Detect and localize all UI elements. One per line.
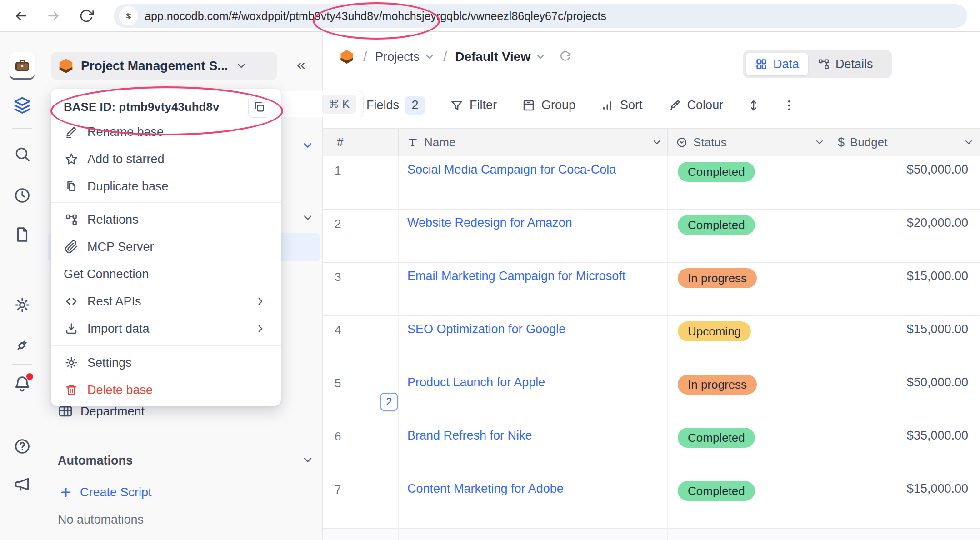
- notifications-bell-icon[interactable]: [0, 375, 44, 393]
- record-name-link[interactable]: Email Marketing Campaign for Microsoft: [407, 269, 625, 283]
- breadcrumb-separator: /: [443, 49, 447, 65]
- fields-count-badge: 2: [405, 96, 425, 115]
- automations-title: Automations: [58, 454, 133, 468]
- record-name-link[interactable]: Website Redesign for Amazon: [407, 216, 572, 230]
- automations-chevron-icon[interactable]: [301, 454, 314, 466]
- row-number: 5: [335, 376, 341, 390]
- star-icon: [64, 152, 79, 166]
- create-script-button[interactable]: Create Script: [59, 480, 152, 505]
- tab-data[interactable]: Data: [746, 53, 808, 75]
- status-badge[interactable]: Completed: [678, 428, 755, 448]
- budget-value: $15,000.00: [907, 269, 968, 283]
- menu-item-rename-base[interactable]: Rename base: [57, 120, 275, 144]
- menu-item-import-data[interactable]: Import data: [57, 317, 275, 340]
- docs-icon[interactable]: [0, 226, 44, 243]
- menu-item-get-connection[interactable]: Get Connection: [57, 262, 275, 286]
- tab-details[interactable]: Details: [808, 53, 882, 75]
- expand-count-badge[interactable]: 2: [380, 393, 398, 411]
- automations-section-header[interactable]: Automations: [58, 448, 133, 473]
- table-row: 1 Social Media Campaign for Coca-Cola Co…: [323, 156, 980, 210]
- chevron-down-icon[interactable]: [963, 137, 974, 148]
- address-bar[interactable]: app.nocodb.com/#/woxdppit/ptmb9vty43uhd8…: [114, 4, 967, 28]
- column-header-name[interactable]: Name: [407, 129, 455, 156]
- trash-icon: [64, 383, 79, 397]
- rail-divider: [12, 364, 32, 365]
- column-divider[interactable]: [398, 129, 399, 156]
- section-chevron-down-icon[interactable]: [301, 139, 314, 152]
- chevron-down-icon: [235, 60, 247, 72]
- status-badge[interactable]: Upcoming: [678, 321, 751, 341]
- status-badge[interactable]: In progress: [678, 268, 757, 288]
- status-badge[interactable]: Completed: [678, 215, 755, 235]
- code-icon: [64, 295, 79, 308]
- browser-reload-button[interactable]: [79, 9, 94, 23]
- main-content: / Projects / Default View Data: [323, 32, 980, 540]
- breadcrumb-view[interactable]: Default View: [455, 50, 546, 64]
- status-badge[interactable]: Completed: [678, 162, 755, 182]
- announcements-megaphone-icon[interactable]: [0, 476, 44, 493]
- menu-item-mcp-server[interactable]: MCP Server: [57, 235, 275, 259]
- budget-value: $20,000.00: [907, 216, 968, 230]
- menu-item-add-to-starred[interactable]: Add to starred: [57, 147, 275, 171]
- search-icon[interactable]: [0, 145, 44, 163]
- navigation-rail: [0, 32, 44, 540]
- copy-base-id-button[interactable]: [248, 96, 270, 118]
- url-suffix: /mohchsjeyrgqblc/vwneezl86qley67c/projec…: [379, 10, 606, 23]
- filter-button[interactable]: Filter: [450, 98, 497, 112]
- workspace-logo[interactable]: [9, 52, 35, 78]
- base-id-row: BASE ID: ptmb9vty43uhd8v: [57, 94, 275, 120]
- row-number: 4: [335, 323, 341, 337]
- column-header-budget[interactable]: $ Budget: [838, 129, 887, 156]
- record-name-link[interactable]: Social Media Campaign for Coca-Cola: [407, 163, 616, 177]
- chevron-down-icon[interactable]: [814, 137, 825, 148]
- refresh-icon[interactable]: [559, 50, 571, 63]
- menu-item-settings[interactable]: Settings: [57, 351, 275, 375]
- integrations-plug-icon[interactable]: [0, 336, 44, 354]
- site-info-icon[interactable]: [119, 6, 138, 25]
- base-hexagon-icon: [57, 57, 75, 75]
- sidebar-collapse-button[interactable]: «: [297, 55, 305, 73]
- import-icon: [64, 322, 79, 335]
- record-name-link[interactable]: SEO Optimization for Google: [407, 322, 565, 336]
- new-row-strip[interactable]: [323, 529, 980, 540]
- gear-icon: [64, 356, 79, 370]
- create-script-label: Create Script: [80, 485, 152, 500]
- table-row: 4 SEO Optimization for Google Upcoming $…: [323, 316, 980, 369]
- view-header: / Projects / Default View Data: [323, 32, 980, 82]
- sort-button[interactable]: Sort: [600, 98, 643, 112]
- column-divider[interactable]: [667, 129, 668, 156]
- bases-nav-icon[interactable]: [0, 96, 44, 115]
- recent-clock-icon[interactable]: [0, 187, 44, 204]
- search-shortcut-badge: ⌘ K: [322, 95, 356, 114]
- menu-item-duplicate-base[interactable]: Duplicate base: [57, 175, 275, 198]
- app-window: app.nocodb.com/#/woxdppit/ptmb9vty43uhd8…: [0, 0, 980, 540]
- help-icon[interactable]: [0, 438, 44, 455]
- column-header-status[interactable]: Status: [676, 129, 727, 156]
- more-options-button[interactable]: [782, 99, 796, 112]
- budget-value: $50,000.00: [907, 375, 968, 390]
- menu-item-delete-base[interactable]: Delete base: [57, 378, 275, 402]
- status-badge[interactable]: In progress: [678, 375, 757, 395]
- table-label: Department: [80, 405, 145, 419]
- duplicate-icon: [64, 180, 79, 193]
- group-button[interactable]: Group: [522, 98, 575, 112]
- section-chevron-down-icon[interactable]: [301, 211, 314, 224]
- settings-gear-icon[interactable]: [0, 296, 44, 314]
- chevron-down-icon[interactable]: [651, 137, 662, 148]
- colour-button[interactable]: Colour: [668, 98, 724, 112]
- row-height-button[interactable]: [747, 99, 760, 112]
- browser-forward-button[interactable]: [46, 9, 61, 23]
- menu-item-relations[interactable]: Relations: [57, 208, 275, 231]
- budget-value: $15,000.00: [907, 322, 968, 336]
- column-divider[interactable]: [830, 129, 830, 156]
- menu-item-rest-apis[interactable]: Rest APIs: [57, 290, 275, 313]
- row-number: 6: [335, 430, 341, 444]
- breadcrumb-table[interactable]: Projects: [375, 50, 435, 64]
- base-title: Project Management S...: [81, 59, 228, 73]
- status-badge[interactable]: Completed: [678, 481, 755, 501]
- record-name-link[interactable]: Product Launch for Apple: [407, 375, 545, 390]
- base-title-button[interactable]: Project Management S...: [51, 52, 277, 80]
- record-name-link[interactable]: Content Marketing for Adobe: [407, 482, 564, 496]
- browser-back-button[interactable]: [14, 9, 28, 23]
- record-name-link[interactable]: Brand Refresh for Nike: [407, 429, 532, 443]
